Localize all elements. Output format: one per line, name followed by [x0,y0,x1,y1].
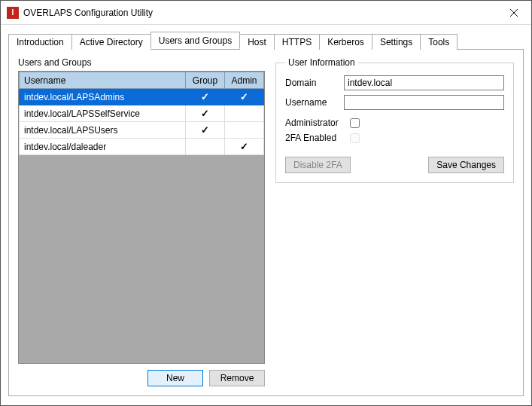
domain-label: Domain [285,78,338,88]
titlebar: I OVERLAPS Configuration Utility [1,1,531,25]
domain-row: Domain [285,75,504,90]
twofa-row: 2FA Enabled [285,133,504,143]
cell-username: intdev.local/daleader [20,139,186,155]
cell-admin [225,105,264,122]
check-icon [240,142,248,152]
user-info-actions: Disable 2FA Save Changes [285,157,504,173]
tab-bar: IntroductionActive DirectoryUsers and Gr… [8,32,524,49]
administrator-checkbox[interactable] [350,118,360,128]
user-info-panel: User Information Domain Username Adminis… [275,57,514,386]
save-changes-button[interactable]: Save Changes [428,157,504,173]
close-icon [510,9,518,17]
close-button[interactable] [497,1,531,25]
users-groups-label: Users and Groups [18,57,265,68]
client-area: IntroductionActive DirectoryUsers and Gr… [1,25,531,405]
administrator-row: Administrator [285,118,504,128]
new-button[interactable]: New [147,370,203,386]
cell-group [186,105,225,122]
twofa-label: 2FA Enabled [285,133,344,143]
cell-group [186,89,225,105]
cell-admin [225,122,264,139]
tab-users-and-groups[interactable]: Users and Groups [150,32,240,49]
cell-group [186,122,225,139]
grid-header-row: Username Group Admin [20,72,264,89]
app-icon: I [7,7,19,19]
tab-host[interactable]: Host [239,34,275,50]
tab-tools[interactable]: Tools [420,34,458,50]
cell-admin [225,89,264,105]
col-username[interactable]: Username [20,72,186,89]
tab-kerberos[interactable]: Kerberos [319,34,372,50]
user-info-group: User Information Domain Username Adminis… [275,57,514,183]
grid-button-row: New Remove [18,370,265,386]
window-title: OVERLAPS Configuration Utility [23,8,497,18]
table-row[interactable]: intdev.local/LAPSUsers [20,122,264,139]
tab-settings[interactable]: Settings [372,34,421,50]
cell-admin [225,139,264,155]
cell-username: intdev.local/LAPSSelfService [20,105,186,122]
check-icon [240,92,248,102]
username-field[interactable] [344,95,504,110]
cell-username: intdev.local/LAPSAdmins [20,89,186,105]
table-row[interactable]: intdev.local/LAPSSelfService [20,105,264,122]
cell-group [186,139,225,155]
col-group[interactable]: Group [186,72,225,89]
users-groups-grid[interactable]: Username Group Admin intdev.local/LAPSAd… [19,72,264,155]
users-groups-panel: Users and Groups Username Group Admin in… [18,57,265,386]
username-label: Username [285,97,338,108]
disable-2fa-button: Disable 2FA [285,157,351,173]
check-icon [201,92,209,102]
app-window: I OVERLAPS Configuration Utility Introdu… [0,0,532,406]
administrator-label: Administrator [285,118,344,128]
table-row[interactable]: intdev.local/LAPSAdmins [20,89,264,105]
users-groups-grid-container: Username Group Admin intdev.local/LAPSAd… [18,71,265,364]
tab-active-directory[interactable]: Active Directory [71,34,151,50]
username-row: Username [285,95,504,110]
domain-field[interactable] [344,75,504,90]
col-admin[interactable]: Admin [225,72,264,89]
cell-username: intdev.local/LAPSUsers [20,122,186,139]
check-icon [201,108,209,119]
tab-https[interactable]: HTTPS [274,34,320,50]
table-row[interactable]: intdev.local/daleader [20,139,264,155]
check-icon [201,125,209,136]
twofa-checkbox [350,133,360,143]
user-info-legend: User Information [285,57,358,68]
tabpage-users-and-groups: Users and Groups Username Group Admin in… [8,49,524,396]
remove-button[interactable]: Remove [209,370,265,386]
tab-introduction[interactable]: Introduction [8,34,72,50]
